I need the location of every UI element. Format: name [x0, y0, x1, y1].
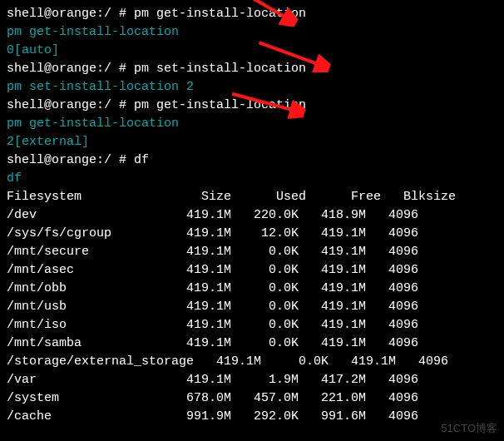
df-row: /mnt/iso 419.1M 0.0K 419.1M 4096 — [7, 316, 497, 334]
shell-prompt: shell@orange:/ # — [7, 98, 134, 112]
df-row: /mnt/samba 419.1M 0.0K 419.1M 4096 — [7, 334, 497, 353]
terminal-line: pm set-install-location 2 — [7, 78, 497, 97]
shell-prompt: shell@orange:/ # — [7, 7, 134, 21]
df-row: /var 419.1M 1.9M 417.2M 4096 — [7, 371, 497, 389]
df-header: Filesystem Size Used Free Blksize — [7, 188, 497, 206]
df-row: /mnt/usb 419.1M 0.0K 419.1M 4096 — [7, 298, 497, 316]
terminal-line: shell@orange:/ # pm get-install-location — [7, 97, 497, 115]
terminal-line: df — [7, 170, 497, 188]
terminal-line: pm get-install-location — [7, 115, 497, 133]
df-row: /cache 991.9M 292.0K 991.6M 4096 — [7, 408, 497, 426]
df-row: /storage/external_storage 419.1M 0.0K 41… — [7, 353, 497, 371]
command-text: pm get-install-location — [134, 7, 306, 21]
terminal-output: shell@orange:/ # pm get-install-location… — [7, 5, 497, 426]
terminal-line: 0[auto] — [7, 42, 497, 60]
watermark: 51CTO博客 — [441, 419, 497, 438]
df-row: /mnt/secure 419.1M 0.0K 419.1M 4096 — [7, 243, 497, 261]
terminal-line: shell@orange:/ # pm get-install-location — [7, 5, 497, 23]
terminal-line: shell@orange:/ # df — [7, 151, 497, 170]
df-row: /mnt/obb 419.1M 0.0K 419.1M 4096 — [7, 280, 497, 298]
command-text: pm set-install-location 2 — [134, 62, 321, 76]
df-row: /system 678.0M 457.0M 221.0M 4096 — [7, 389, 497, 408]
df-row: /dev 419.1M 220.0K 418.9M 4096 — [7, 206, 497, 225]
df-row: /mnt/asec 419.1M 0.0K 419.1M 4096 — [7, 261, 497, 280]
terminal-line: pm get-install-location — [7, 23, 497, 42]
command-text: df — [134, 153, 149, 167]
df-row: /sys/fs/cgroup 419.1M 12.0K 419.1M 4096 — [7, 225, 497, 243]
terminal-line: shell@orange:/ # pm set-install-location… — [7, 60, 497, 78]
shell-prompt: shell@orange:/ # — [7, 62, 134, 76]
command-text: pm get-install-location — [134, 98, 306, 112]
terminal-line: 2[external] — [7, 133, 497, 151]
shell-prompt: shell@orange:/ # — [7, 153, 134, 167]
